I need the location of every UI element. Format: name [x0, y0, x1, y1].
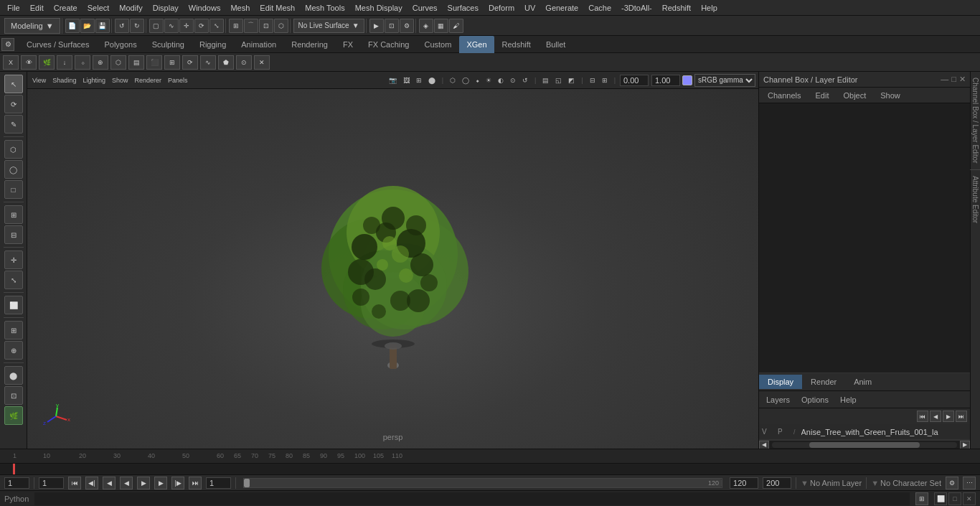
tab-redshift[interactable]: Redshift: [495, 36, 538, 53]
minimize-icon[interactable]: —: [941, 75, 948, 84]
scroll-thumb[interactable]: [809, 442, 920, 448]
vp-refresh-btn[interactable]: ↺: [520, 74, 530, 87]
render-btn[interactable]: ▶: [369, 19, 384, 33]
anim-settings-btn[interactable]: ⚙: [946, 477, 958, 489]
ipr-btn[interactable]: ⊡: [385, 19, 399, 33]
snap-grid[interactable]: ⊞: [229, 19, 243, 33]
menu-display[interactable]: Display: [149, 2, 183, 14]
snap-point[interactable]: ⊡: [259, 19, 273, 33]
rect-tool[interactable]: □: [4, 180, 23, 199]
layer-nav-last[interactable]: ⏭: [956, 411, 967, 422]
xgen-btn-1[interactable]: X: [3, 55, 19, 70]
select-tool[interactable]: ▢: [149, 19, 164, 33]
tab-rigging[interactable]: Rigging: [192, 36, 233, 53]
xgen-btn-9[interactable]: ⬛: [146, 55, 162, 70]
layer-nav-prev[interactable]: ◀: [930, 411, 941, 422]
xgen-btn-2[interactable]: 👁: [21, 55, 37, 70]
xgen-btn-8[interactable]: ▤: [128, 55, 144, 70]
prev-key-btn[interactable]: ◀: [103, 477, 116, 489]
move-tool-left[interactable]: ✛: [4, 250, 23, 269]
add-tool[interactable]: ⊕: [4, 341, 23, 360]
vp-camera-icon[interactable]: 📷: [387, 74, 399, 87]
xgen-btn-7[interactable]: ⬡: [110, 55, 126, 70]
menu-create[interactable]: Create: [50, 2, 82, 14]
xgen-btn-4[interactable]: ↓: [57, 55, 72, 70]
go-end-btn[interactable]: ⏭: [189, 477, 202, 489]
layers-help[interactable]: Help: [836, 394, 861, 406]
vp-renderer-menu[interactable]: Renderer: [132, 74, 164, 87]
tool-group-2[interactable]: ⊡: [4, 386, 23, 405]
layer-name[interactable]: Anise_Tree_with_Green_Fruits_001_la: [801, 428, 967, 436]
cb-tab-object[interactable]: Object: [837, 90, 872, 101]
menu-surfaces[interactable]: Surfaces: [443, 2, 483, 14]
snap-curve[interactable]: ⌒: [244, 19, 258, 33]
menu-mesh-display[interactable]: Mesh Display: [351, 2, 407, 14]
tab-animation[interactable]: Animation: [234, 36, 283, 53]
xgen-btn-14[interactable]: ⊙: [236, 55, 252, 70]
vp-panels-menu[interactable]: Panels: [166, 74, 190, 87]
menu-curves[interactable]: Curves: [408, 2, 442, 14]
circle-tool[interactable]: ◯: [4, 160, 23, 179]
cb-tab-show[interactable]: Show: [875, 90, 906, 101]
channel-box-side-tab[interactable]: Channel Box / Layer Editor: [970, 72, 980, 170]
play-fwd-btn[interactable]: ▶: [137, 477, 150, 489]
scroll-track[interactable]: [772, 442, 957, 448]
close-icon[interactable]: ✕: [959, 75, 966, 84]
layer-scrollbar[interactable]: ◀ ▶: [759, 440, 970, 449]
menu-mesh[interactable]: Mesh: [226, 2, 254, 14]
snap-surface[interactable]: ⬡: [274, 19, 288, 33]
scale-tool-left[interactable]: ⤡: [4, 271, 23, 289]
next-key-btn[interactable]: ▶: [154, 477, 167, 489]
max-range-input[interactable]: [763, 477, 791, 489]
play-back-btn[interactable]: ◀: [120, 477, 133, 489]
grid-tool[interactable]: ⊞: [4, 321, 23, 339]
vp-show-menu[interactable]: Show: [110, 74, 131, 87]
cb-tab-channels[interactable]: Channels: [762, 90, 806, 101]
vp-color-icon[interactable]: [682, 75, 692, 85]
vp-img-icon[interactable]: 🖼: [401, 74, 412, 87]
frame-input-1[interactable]: [4, 477, 29, 489]
next-frame-btn[interactable]: |▶: [171, 477, 184, 489]
redo-btn[interactable]: ↻: [130, 19, 144, 33]
xgen-btn-6[interactable]: ⊕: [93, 55, 108, 70]
vp-wireframe-btn[interactable]: ⬡: [448, 74, 458, 87]
vp-shading-menu[interactable]: Shading: [50, 74, 78, 87]
tab-bullet[interactable]: Bullet: [539, 36, 573, 53]
vp-texture-btn[interactable]: ⬥: [473, 74, 481, 87]
vp-ty[interactable]: [651, 75, 680, 86]
xgen-btn-12[interactable]: ∿: [200, 55, 216, 70]
vp-colorspace-select[interactable]: sRGB gamma: [694, 74, 755, 87]
menu-mesh-tools[interactable]: Mesh Tools: [301, 2, 349, 14]
tab-custom[interactable]: Custom: [418, 36, 459, 53]
prev-frame-btn[interactable]: ◀|: [85, 477, 98, 489]
tab-fx-caching[interactable]: FX Caching: [361, 36, 416, 53]
tab-fx[interactable]: FX: [336, 36, 360, 53]
vp-shadow-btn[interactable]: ◐: [496, 74, 506, 87]
rotate-tool[interactable]: ⟳: [194, 19, 209, 33]
current-frame-input[interactable]: [206, 477, 231, 489]
xgen-icon-left[interactable]: 🌿: [4, 406, 23, 425]
layer-visibility[interactable]: V: [762, 428, 775, 436]
undo-btn[interactable]: ↺: [115, 19, 129, 33]
xgen-btn-5[interactable]: ⬦: [75, 55, 90, 70]
hypershade-btn[interactable]: ◈: [419, 19, 433, 33]
select-region[interactable]: ⬜: [4, 296, 23, 314]
vp-hud-btn[interactable]: ◱: [553, 74, 564, 87]
dr-tab-anim[interactable]: Anim: [845, 375, 880, 389]
new-btn[interactable]: 📄: [65, 19, 80, 33]
tab-curves-surfaces[interactable]: Curves / Surfaces: [19, 36, 96, 53]
mini-btn-3[interactable]: ✕: [963, 492, 976, 505]
snap-tool-left[interactable]: ⊞: [4, 205, 23, 224]
menu-file[interactable]: File: [3, 2, 24, 14]
vp-view-menu[interactable]: View: [30, 74, 48, 87]
menu-edit[interactable]: Edit: [26, 2, 48, 14]
tab-polygons[interactable]: Polygons: [97, 36, 143, 53]
tab-sculpting[interactable]: Sculpting: [145, 36, 192, 53]
cb-tab-edit[interactable]: Edit: [809, 90, 834, 101]
vp-iso-btn[interactable]: ⊞: [600, 74, 610, 87]
paint-tool-left[interactable]: ✎: [4, 115, 23, 133]
tool-group-1[interactable]: ⬤: [4, 366, 23, 385]
layer-nav-next[interactable]: ▶: [943, 411, 954, 422]
mini-btn-1[interactable]: ⬜: [934, 492, 947, 505]
xgen-btn-3[interactable]: 🌿: [39, 55, 55, 70]
